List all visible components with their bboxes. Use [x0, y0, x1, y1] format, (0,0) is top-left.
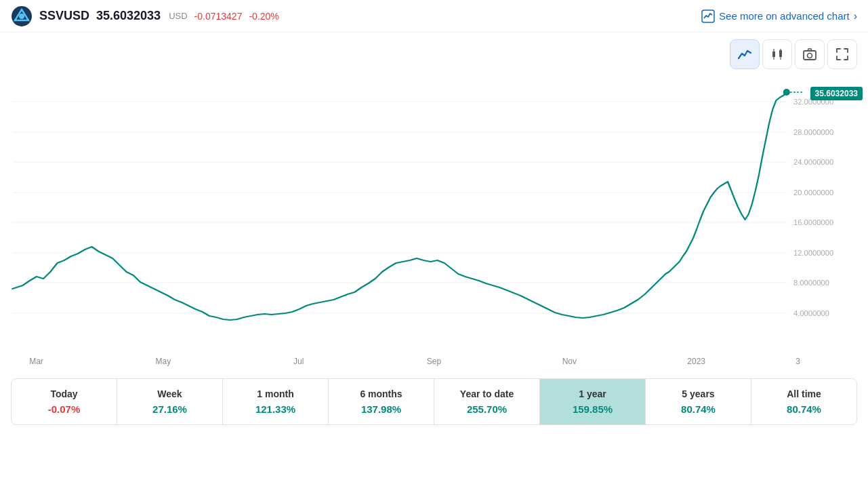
stat-ytd[interactable]: Year to date 255.70%	[434, 379, 540, 424]
stat-ytd-label: Year to date	[460, 388, 514, 399]
stat-1year-value: 159.85%	[573, 403, 613, 415]
camera-icon	[802, 47, 817, 62]
candlestick-icon	[770, 47, 785, 62]
stats-bar: Today -0.07% Week 27.16% 1 month 121.33%…	[11, 378, 857, 425]
chart-toolbar	[0, 33, 868, 72]
stat-week-label: Week	[157, 388, 182, 399]
y-label-28: 28.0000000	[793, 128, 833, 136]
candlestick-button[interactable]	[762, 39, 792, 69]
x-label-may: May	[155, 357, 171, 366]
stat-1month-value: 121.33%	[255, 403, 295, 415]
stat-week-value: 27.16%	[152, 403, 187, 415]
stat-week[interactable]: Week 27.16%	[117, 379, 223, 424]
stat-5years-value: 80.74%	[681, 403, 716, 415]
stat-today-value: -0.07%	[48, 403, 81, 415]
ticker-currency: USD	[169, 11, 187, 21]
stat-5years-label: 5 years	[682, 388, 714, 399]
ssv-logo-icon	[11, 5, 33, 27]
stat-6months-value: 137.98%	[361, 403, 401, 415]
y-label-16: 16.0000000	[793, 218, 833, 226]
stat-today-label: Today	[50, 388, 77, 399]
ticker-symbol: SSVUSD	[39, 9, 89, 23]
y-label-20: 20.0000000	[793, 188, 833, 197]
ticker-change: -0.0713427	[194, 11, 243, 22]
stat-1year-label: 1 year	[579, 388, 606, 399]
x-label-mar: Mar	[29, 357, 43, 366]
stat-1year[interactable]: 1 year 159.85%	[540, 379, 646, 424]
x-label-2023: 2023	[687, 357, 705, 366]
stat-6months[interactable]: 6 months 137.98%	[329, 379, 434, 424]
x-label-nov: Nov	[562, 357, 577, 366]
stat-6months-label: 6 months	[360, 388, 402, 399]
advanced-chart-chevron-icon: ›	[854, 10, 857, 22]
stat-alltime-value: 80.74%	[787, 403, 821, 415]
y-label-8: 8.0000000	[793, 279, 829, 287]
chart-area: 4.0000000 8.0000000 12.0000000 16.000000…	[5, 72, 863, 357]
y-label-4: 4.0000000	[793, 309, 829, 317]
y-label-12: 12.0000000	[793, 249, 833, 257]
stat-1month-label: 1 month	[257, 388, 293, 399]
stat-ytd-value: 255.70%	[467, 403, 507, 415]
current-price-badge: 35.6032033	[810, 87, 863, 100]
ticker-change-pct: -0.20%	[249, 11, 278, 22]
advanced-chart-label: See more on advanced chart	[719, 10, 850, 22]
advanced-chart-icon	[701, 9, 715, 23]
stat-alltime-label: All time	[787, 388, 821, 399]
price-line	[12, 92, 787, 320]
advanced-chart-link[interactable]: See more on advanced chart ›	[701, 9, 857, 23]
stat-5years[interactable]: 5 years 80.74%	[646, 379, 751, 424]
svg-rect-7	[779, 50, 782, 57]
x-axis: Mar May Jul Sep Nov 2023 3	[11, 357, 857, 373]
stat-1month[interactable]: 1 month 121.33%	[223, 379, 329, 424]
line-chart-button[interactable]	[730, 39, 760, 69]
screenshot-button[interactable]	[795, 39, 825, 69]
fullscreen-icon	[835, 47, 850, 62]
svg-rect-5	[772, 52, 775, 57]
fullscreen-button[interactable]	[827, 39, 857, 69]
header-right: See more on advanced chart ›	[701, 9, 857, 23]
stat-alltime[interactable]: All time 80.74%	[751, 379, 856, 424]
stat-today[interactable]: Today -0.07%	[12, 379, 117, 424]
svg-point-9	[808, 54, 812, 58]
x-label-3: 3	[795, 357, 800, 366]
x-label-jul: Jul	[293, 357, 304, 366]
price-chart-svg: 4.0000000 8.0000000 12.0000000 16.000000…	[5, 72, 863, 357]
ticker-price: 35.6032033	[96, 9, 161, 23]
y-label-24: 24.0000000	[793, 158, 833, 166]
svg-point-2	[19, 14, 24, 19]
header: SSVUSD 35.6032033 USD -0.0713427 -0.20% …	[0, 0, 868, 33]
x-label-sep: Sep	[427, 357, 441, 366]
ticker-info: SSVUSD 35.6032033 USD -0.0713427 -0.20%	[11, 5, 279, 27]
line-chart-icon	[737, 47, 752, 62]
